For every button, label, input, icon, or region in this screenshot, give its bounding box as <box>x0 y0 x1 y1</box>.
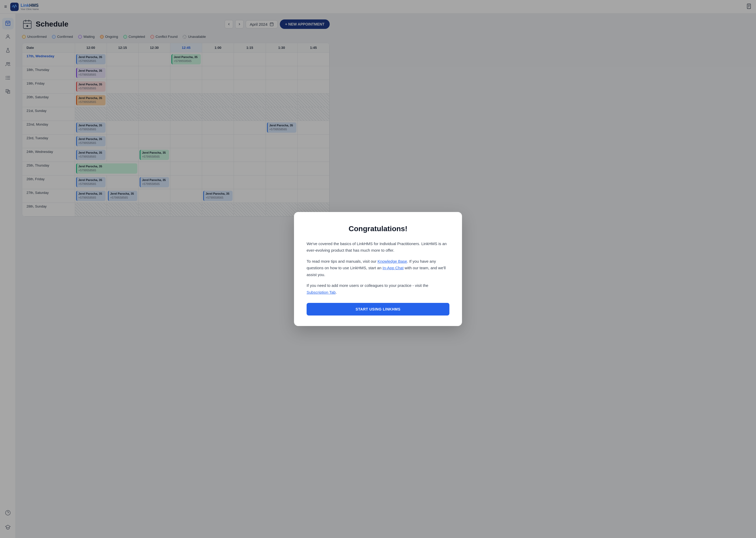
modal-overlay: Congratulations! We've covered the basic… <box>0 0 336 237</box>
congratulations-modal: Congratulations! We've covered the basic… <box>294 212 336 237</box>
modal-title: Congratulations! <box>307 225 336 233</box>
